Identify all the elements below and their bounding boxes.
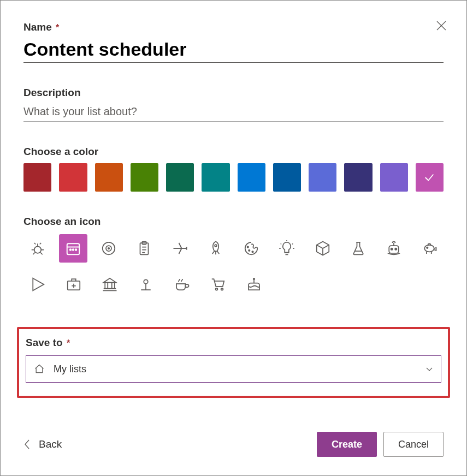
choose-icon-label: Choose an icon — [23, 216, 444, 228]
svg-point-20 — [216, 288, 218, 290]
back-button[interactable]: Back — [23, 438, 62, 450]
chevron-left-icon — [23, 439, 31, 450]
lightbulb-icon — [279, 240, 295, 257]
clipboard-icon — [136, 240, 152, 257]
description-field: Description — [23, 87, 444, 122]
svg-point-13 — [252, 251, 253, 253]
choose-color-label: Choose a color — [23, 146, 444, 158]
create-list-dialog: Name * Description Choose a color Choose… — [0, 0, 467, 476]
color-swatch-periwinkle[interactable] — [309, 163, 336, 192]
airplane-icon — [172, 240, 188, 257]
svg-point-0 — [34, 246, 41, 253]
cart-icon — [210, 276, 226, 293]
icon-option-cake[interactable] — [240, 270, 268, 299]
save-to-label: Save to * — [26, 337, 441, 349]
svg-point-22 — [253, 278, 255, 280]
color-swatch-blue[interactable] — [238, 163, 265, 192]
bug-icon — [29, 240, 46, 257]
color-swatches — [23, 163, 444, 192]
icon-option-robot[interactable] — [380, 234, 408, 263]
bank-icon — [102, 276, 118, 293]
color-swatch-dark-blue[interactable] — [273, 163, 301, 192]
color-swatch-pink[interactable] — [416, 163, 444, 192]
svg-point-4 — [75, 249, 77, 251]
svg-point-3 — [73, 249, 74, 251]
close-icon — [436, 21, 446, 31]
palette-icon — [243, 240, 259, 257]
svg-point-7 — [108, 248, 110, 249]
name-field: Name * — [23, 21, 444, 63]
icon-option-target[interactable] — [95, 234, 123, 263]
icon-option-beaker[interactable] — [344, 234, 372, 263]
color-swatch-dark-green[interactable] — [166, 163, 194, 192]
description-label: Description — [23, 87, 444, 99]
coffee-icon — [174, 276, 190, 293]
icon-option-bank[interactable] — [96, 270, 124, 299]
svg-point-12 — [249, 250, 250, 252]
svg-point-19 — [144, 279, 148, 284]
icon-grid — [23, 234, 444, 299]
icon-option-palette[interactable] — [238, 234, 265, 263]
color-swatch-orange[interactable] — [95, 163, 123, 192]
cube-icon — [315, 240, 331, 257]
cake-icon — [246, 276, 262, 293]
color-swatch-teal[interactable] — [202, 163, 229, 192]
description-input[interactable] — [23, 101, 444, 122]
save-to-select[interactable]: My lists — [26, 355, 441, 383]
save-to-value: My lists — [54, 364, 86, 375]
name-input[interactable] — [23, 35, 444, 63]
target-icon — [101, 240, 117, 257]
icon-option-play[interactable] — [23, 270, 52, 299]
color-swatch-red[interactable] — [59, 163, 87, 192]
location-icon — [138, 276, 154, 293]
icon-option-bug[interactable] — [23, 234, 51, 263]
create-button[interactable]: Create — [317, 432, 377, 457]
icon-option-calendar[interactable] — [59, 234, 87, 263]
color-swatch-purple[interactable] — [380, 163, 408, 192]
icon-option-clipboard[interactable] — [131, 234, 158, 263]
icon-option-medkit[interactable] — [60, 270, 88, 299]
home-icon — [34, 364, 45, 374]
beaker-icon — [350, 240, 366, 257]
close-button[interactable] — [431, 16, 451, 35]
icon-section: Choose an icon — [23, 216, 444, 306]
color-swatch-dark-red[interactable] — [23, 163, 51, 192]
icon-option-location[interactable] — [132, 270, 160, 299]
name-label: Name * — [23, 21, 444, 33]
color-section: Choose a color — [23, 146, 444, 192]
svg-point-16 — [395, 248, 397, 250]
svg-point-11 — [247, 246, 249, 248]
piggybank-icon — [421, 240, 438, 257]
cancel-button[interactable]: Cancel — [383, 432, 444, 457]
chevron-down-icon — [425, 365, 433, 373]
svg-point-10 — [215, 245, 217, 247]
save-to-highlight: Save to * My lists — [17, 327, 450, 398]
icon-option-cube[interactable] — [309, 234, 336, 263]
icon-option-rocket[interactable] — [202, 234, 229, 263]
icon-option-lightbulb[interactable] — [273, 234, 301, 263]
icon-option-coffee[interactable] — [168, 270, 196, 299]
icon-option-cart[interactable] — [204, 270, 232, 299]
icon-option-airplane[interactable] — [166, 234, 194, 263]
svg-point-2 — [70, 249, 72, 251]
rocket-icon — [208, 240, 224, 257]
icon-option-piggybank[interactable] — [416, 234, 444, 263]
calendar-icon — [65, 240, 81, 257]
svg-point-17 — [427, 247, 428, 249]
play-icon — [29, 276, 46, 293]
medkit-icon — [66, 276, 82, 293]
color-swatch-navy[interactable] — [344, 163, 372, 192]
svg-point-15 — [391, 248, 393, 250]
robot-icon — [386, 240, 402, 257]
svg-point-21 — [221, 288, 223, 290]
check-icon — [423, 171, 435, 183]
dialog-footer: Back Create Cancel — [23, 432, 444, 457]
color-swatch-green[interactable] — [131, 163, 158, 192]
